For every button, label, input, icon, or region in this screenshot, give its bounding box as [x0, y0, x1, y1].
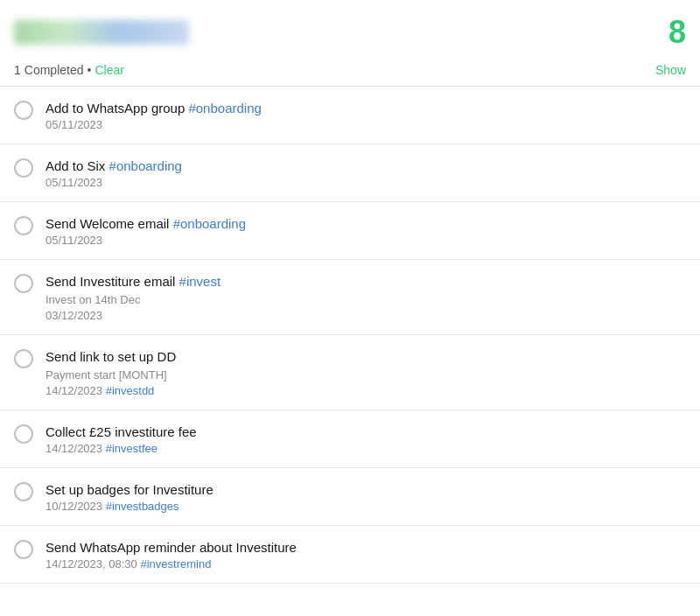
task-content: Set up badges for Investiture10/12/2023 … — [46, 480, 686, 513]
task-list: Add to WhatsApp group #onboarding05/11/2… — [0, 87, 700, 584]
task-item: Send Investiture email #investInvest on … — [0, 260, 700, 335]
task-checkbox[interactable] — [14, 482, 33, 501]
task-date: 03/12/2023 — [46, 309, 686, 322]
task-item: Send link to set up DDPayment start [MON… — [0, 335, 700, 410]
task-title: Send link to set up DD — [46, 347, 686, 366]
task-title: Add to Six #onboarding — [46, 157, 686, 175]
completed-info: 1 Completed • Clear — [14, 63, 124, 77]
task-checkbox[interactable] — [14, 540, 33, 559]
task-date: 14/12/2023 #investfee — [46, 442, 686, 455]
task-title: Send WhatsApp reminder about Investiture — [46, 538, 686, 556]
task-date-tag: #investbadges — [106, 500, 179, 513]
task-subtitle: Payment start [MONTH] — [46, 368, 686, 383]
task-content: Collect £25 investiture fee14/12/2023 #i… — [46, 423, 686, 455]
task-content: Add to WhatsApp group #onboarding05/11/2… — [46, 99, 686, 131]
task-title: Send Investiture email #invest — [46, 272, 686, 290]
task-content: Send Welcome email #onboarding05/11/2023 — [46, 214, 686, 247]
subheader: 1 Completed • Clear Show — [0, 58, 700, 87]
task-checkbox[interactable] — [14, 216, 33, 235]
task-date: 10/12/2023 #investbadges — [46, 500, 686, 513]
task-content: Add to Six #onboarding05/11/2023 — [46, 157, 686, 189]
task-date: 05/11/2023 — [46, 234, 686, 247]
task-tag: #onboarding — [173, 216, 246, 231]
task-date: 14/12/2023 #investdd — [46, 384, 686, 397]
task-date-tag: #investfee — [106, 442, 158, 455]
clear-button[interactable]: Clear — [94, 63, 123, 77]
task-checkbox[interactable] — [14, 101, 33, 120]
task-tag: #invest — [179, 274, 221, 289]
task-content: Send link to set up DDPayment start [MON… — [46, 347, 686, 397]
completed-label: Completed — [24, 63, 84, 77]
task-item: Add to WhatsApp group #onboarding05/11/2… — [0, 87, 700, 144]
task-tag: #onboarding — [188, 101, 261, 116]
task-subtitle: Invest on 14th Dec — [46, 292, 686, 308]
show-button[interactable]: Show — [655, 63, 686, 77]
task-tag: #onboarding — [109, 158, 182, 173]
task-title: Send Welcome email #onboarding — [46, 214, 686, 233]
task-title: Add to WhatsApp group #onboarding — [46, 99, 686, 117]
task-date: 05/11/2023 — [46, 118, 686, 131]
task-checkbox[interactable] — [14, 424, 33, 444]
task-date-tag: #investdd — [106, 384, 155, 397]
task-title: Collect £25 investiture fee — [46, 423, 686, 441]
task-item: Add to Six #onboarding05/11/2023 — [0, 144, 700, 202]
separator-dot: • — [88, 63, 92, 77]
task-item: Collect £25 investiture fee14/12/2023 #i… — [0, 410, 700, 468]
task-date-tag: #investremind — [140, 557, 211, 570]
header-title — [14, 20, 189, 45]
task-title: Set up badges for Investiture — [46, 480, 686, 499]
task-date: 05/11/2023 — [46, 176, 686, 189]
task-content: Send WhatsApp reminder about Investiture… — [46, 538, 686, 570]
task-content: Send Investiture email #investInvest on … — [46, 272, 686, 322]
badge-count: 8 — [668, 14, 686, 51]
task-checkbox[interactable] — [14, 274, 33, 293]
completed-count: 1 — [14, 63, 21, 77]
task-item: Set up badges for Investiture10/12/2023 … — [0, 468, 700, 526]
task-item: Send Welcome email #onboarding05/11/2023 — [0, 202, 700, 260]
task-item: Send WhatsApp reminder about Investiture… — [0, 526, 700, 584]
task-checkbox[interactable] — [14, 349, 33, 368]
task-checkbox[interactable] — [14, 158, 33, 178]
task-date: 14/12/2023, 08:30 #investremind — [46, 557, 686, 570]
header: 8 — [0, 0, 700, 58]
